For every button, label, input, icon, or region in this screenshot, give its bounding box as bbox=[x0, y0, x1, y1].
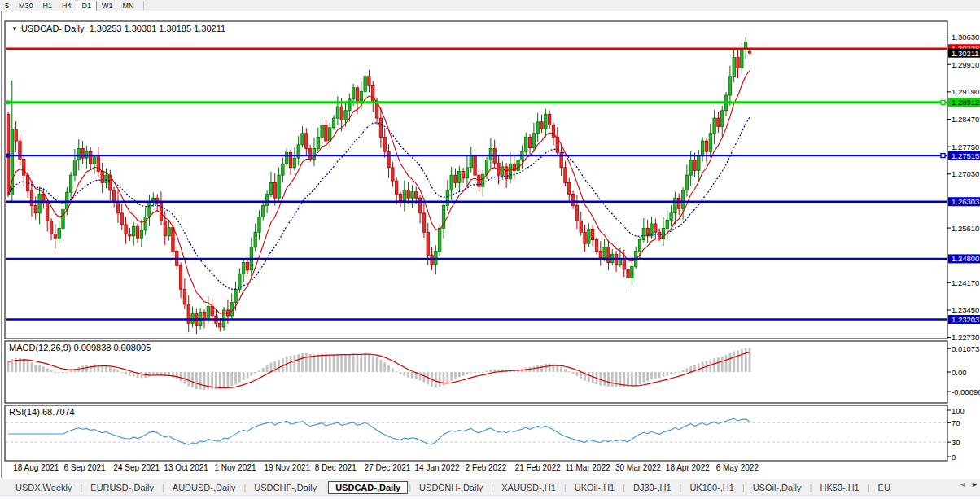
macd-histogram-bar bbox=[383, 362, 386, 372]
candle-body bbox=[136, 226, 138, 238]
hline-handle[interactable] bbox=[941, 154, 945, 158]
macd-histogram-bar bbox=[31, 362, 33, 372]
macd-tick-label: 0.010733 bbox=[952, 344, 980, 353]
macd-histogram-bar bbox=[336, 354, 339, 372]
macd-histogram-bar bbox=[117, 370, 120, 372]
macd-histogram-bar bbox=[120, 372, 123, 373]
macd-histogram-bar bbox=[66, 372, 68, 373]
candle-body bbox=[654, 224, 657, 232]
macd-histogram-bar bbox=[301, 353, 304, 372]
macd-histogram-bar bbox=[344, 354, 347, 372]
macd-histogram-bar bbox=[129, 372, 131, 376]
macd-histogram-bar bbox=[666, 372, 668, 375]
hline-handle[interactable] bbox=[941, 100, 945, 104]
rsi-tick-label: 100 bbox=[952, 406, 965, 415]
candle-body bbox=[269, 183, 272, 195]
macd-histogram-bar bbox=[717, 357, 720, 372]
candle-body bbox=[340, 107, 343, 120]
macd-histogram-bar bbox=[113, 369, 116, 372]
candle-body bbox=[411, 192, 413, 198]
candle-body bbox=[325, 125, 327, 141]
candle-body bbox=[564, 168, 567, 183]
candle-body bbox=[588, 229, 590, 243]
macd-histogram-bar bbox=[293, 355, 295, 372]
rsi-tick-label: 30 bbox=[952, 438, 960, 447]
macd-histogram-bar bbox=[532, 366, 535, 372]
candle-body bbox=[140, 230, 142, 238]
candle-body bbox=[58, 229, 60, 239]
candle-body bbox=[584, 232, 586, 243]
candle-body bbox=[273, 183, 276, 199]
macd-tick-label: 0.00 bbox=[952, 368, 967, 377]
candle-body bbox=[489, 148, 492, 160]
candle-body bbox=[642, 229, 645, 240]
macd-histogram-bar bbox=[478, 372, 480, 373]
candle-body bbox=[336, 107, 339, 118]
candle-body bbox=[301, 134, 304, 145]
tab-scroll-right-icon[interactable]: ► bbox=[971, 480, 978, 488]
candle-body bbox=[470, 156, 472, 168]
candle-body bbox=[482, 174, 484, 186]
macd-histogram-bar bbox=[466, 372, 469, 374]
macd-histogram-bar bbox=[411, 372, 413, 379]
macd-histogram-bar bbox=[215, 372, 217, 389]
macd-histogram-bar bbox=[396, 371, 398, 372]
candle-body bbox=[607, 247, 610, 263]
candle-body bbox=[34, 206, 37, 213]
macd-histogram-bar bbox=[489, 370, 492, 372]
macd-histogram-bar bbox=[23, 359, 25, 372]
candle-body bbox=[278, 175, 280, 198]
macd-histogram-bar bbox=[446, 372, 448, 383]
macd-histogram-bar bbox=[470, 372, 472, 373]
candle-body bbox=[383, 137, 386, 151]
macd-label: MACD(12,26,9) 0.009838 0.008005 bbox=[9, 343, 151, 352]
candle-body bbox=[69, 175, 72, 192]
date-tick-label: 11 Mar 2022 bbox=[565, 463, 610, 472]
date-tick-label: 6 May 2022 bbox=[716, 463, 759, 472]
macd-histogram-bar bbox=[564, 369, 567, 372]
macd-histogram-bar bbox=[247, 372, 249, 379]
chart-collapse-icon[interactable]: ▼ bbox=[11, 25, 18, 33]
tab-scroll-left-icon[interactable]: ◄ bbox=[959, 480, 966, 488]
candle-body bbox=[418, 198, 421, 213]
chart-canvas[interactable]: 1.306301.299101.291901.284701.277501.270… bbox=[0, 0, 980, 499]
hline-handle[interactable] bbox=[6, 100, 10, 104]
macd-histogram-bar bbox=[560, 367, 562, 372]
macd-histogram-bar bbox=[721, 357, 724, 372]
candle-body bbox=[286, 152, 288, 164]
candle-body bbox=[282, 164, 284, 175]
macd-histogram-bar bbox=[270, 363, 273, 372]
macd-histogram-bar bbox=[682, 370, 685, 372]
candle-body bbox=[748, 51, 750, 53]
candle-body bbox=[368, 77, 370, 86]
candle-body bbox=[62, 209, 64, 228]
chart-title: ▼USDCAD-,Daily 1.30253 1.30301 1.30185 1… bbox=[11, 24, 225, 33]
candle-body bbox=[737, 57, 739, 68]
candle-body bbox=[599, 252, 602, 258]
macd-histogram-bar bbox=[737, 350, 739, 372]
macd-histogram-bar bbox=[698, 364, 700, 372]
price-tick-label: 1.30630 bbox=[952, 33, 979, 42]
main-pane[interactable] bbox=[5, 21, 947, 339]
candle-body bbox=[595, 240, 597, 252]
candle-body bbox=[183, 289, 186, 304]
candle-body bbox=[466, 168, 468, 178]
macd-histogram-bar bbox=[474, 372, 476, 373]
macd-histogram-bar bbox=[654, 372, 657, 379]
candle-body bbox=[30, 191, 33, 206]
macd-histogram-bar bbox=[568, 371, 571, 372]
hline-handle[interactable] bbox=[6, 154, 10, 158]
macd-histogram-bar bbox=[650, 372, 653, 379]
candle-body bbox=[399, 195, 401, 201]
date-tick-label: 30 Mar 2022 bbox=[615, 463, 661, 472]
candle-body bbox=[321, 125, 323, 137]
rsi-pane[interactable] bbox=[5, 405, 947, 461]
macd-tick-label: -0.00896 bbox=[952, 387, 980, 396]
candle-body bbox=[681, 190, 684, 208]
candle-body bbox=[144, 217, 147, 230]
macd-histogram-bar bbox=[290, 356, 292, 372]
candle-body bbox=[450, 175, 453, 190]
macd-histogram-bar bbox=[230, 372, 233, 387]
macd-histogram-bar bbox=[90, 365, 92, 372]
candle-body bbox=[403, 190, 405, 201]
